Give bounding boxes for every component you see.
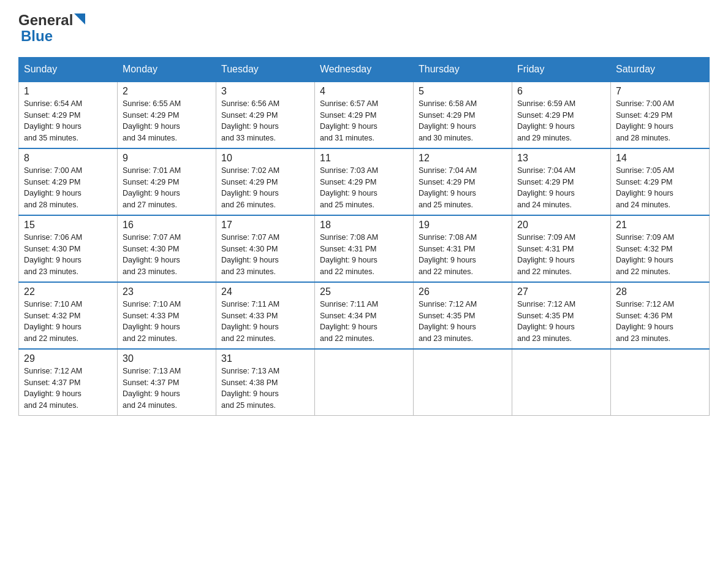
day-cell-29: 29 Sunrise: 7:12 AM Sunset: 4:37 PM Dayl… <box>19 349 118 416</box>
day-number: 19 <box>419 220 507 231</box>
weekday-header-sunday: Sunday <box>19 57 118 82</box>
weekday-header-monday: Monday <box>118 57 216 82</box>
day-info: Sunrise: 7:01 AM Sunset: 4:29 PM Dayligh… <box>123 165 211 211</box>
day-cell-3: 3 Sunrise: 6:56 AM Sunset: 4:29 PM Dayli… <box>216 82 315 148</box>
day-info: Sunrise: 7:09 AM Sunset: 4:31 PM Dayligh… <box>517 232 605 278</box>
day-cell-31: 31 Sunrise: 7:13 AM Sunset: 4:38 PM Dayl… <box>216 349 315 416</box>
day-info: Sunrise: 6:54 AM Sunset: 4:29 PM Dayligh… <box>24 98 112 144</box>
day-cell-1: 1 Sunrise: 6:54 AM Sunset: 4:29 PM Dayli… <box>19 82 118 148</box>
day-cell-19: 19 Sunrise: 7:08 AM Sunset: 4:31 PM Dayl… <box>414 215 512 282</box>
day-number: 11 <box>320 153 408 164</box>
day-number: 30 <box>123 353 211 364</box>
day-info: Sunrise: 7:07 AM Sunset: 4:30 PM Dayligh… <box>221 232 309 278</box>
day-cell-20: 20 Sunrise: 7:09 AM Sunset: 4:31 PM Dayl… <box>512 215 611 282</box>
calendar-table: SundayMondayTuesdayWednesdayThursdayFrid… <box>18 57 710 416</box>
day-info: Sunrise: 7:08 AM Sunset: 4:31 PM Dayligh… <box>320 232 408 278</box>
day-number: 1 <box>24 86 112 97</box>
week-row-1: 1 Sunrise: 6:54 AM Sunset: 4:29 PM Dayli… <box>19 82 710 148</box>
day-number: 10 <box>221 153 309 164</box>
day-info: Sunrise: 6:58 AM Sunset: 4:29 PM Dayligh… <box>419 98 507 144</box>
day-number: 17 <box>221 220 309 231</box>
day-number: 28 <box>616 286 704 297</box>
day-number: 4 <box>320 86 408 97</box>
day-cell-8: 8 Sunrise: 7:00 AM Sunset: 4:29 PM Dayli… <box>19 148 118 215</box>
day-number: 24 <box>221 286 309 297</box>
day-number: 23 <box>123 286 211 297</box>
day-number: 15 <box>24 220 112 231</box>
day-cell-24: 24 Sunrise: 7:11 AM Sunset: 4:33 PM Dayl… <box>216 282 315 349</box>
day-cell-7: 7 Sunrise: 7:00 AM Sunset: 4:29 PM Dayli… <box>611 82 710 148</box>
day-cell-4: 4 Sunrise: 6:57 AM Sunset: 4:29 PM Dayli… <box>315 82 414 148</box>
logo-triangle-icon <box>74 13 85 27</box>
day-info: Sunrise: 7:12 AM Sunset: 4:36 PM Dayligh… <box>616 299 704 345</box>
day-info: Sunrise: 7:13 AM Sunset: 4:38 PM Dayligh… <box>221 366 309 412</box>
day-info: Sunrise: 7:13 AM Sunset: 4:37 PM Dayligh… <box>123 366 211 412</box>
day-cell-26: 26 Sunrise: 7:12 AM Sunset: 4:35 PM Dayl… <box>414 282 512 349</box>
day-cell-16: 16 Sunrise: 7:07 AM Sunset: 4:30 PM Dayl… <box>118 215 216 282</box>
week-row-5: 29 Sunrise: 7:12 AM Sunset: 4:37 PM Dayl… <box>19 349 710 416</box>
day-info: Sunrise: 7:11 AM Sunset: 4:34 PM Dayligh… <box>320 299 408 345</box>
day-number: 29 <box>24 353 112 364</box>
day-info: Sunrise: 7:07 AM Sunset: 4:30 PM Dayligh… <box>123 232 211 278</box>
day-cell-11: 11 Sunrise: 7:03 AM Sunset: 4:29 PM Dayl… <box>315 148 414 215</box>
day-info: Sunrise: 7:10 AM Sunset: 4:32 PM Dayligh… <box>24 299 112 345</box>
logo: General Blue <box>18 12 85 45</box>
day-info: Sunrise: 7:11 AM Sunset: 4:33 PM Dayligh… <box>221 299 309 345</box>
day-info: Sunrise: 7:12 AM Sunset: 4:35 PM Dayligh… <box>419 299 507 345</box>
day-number: 9 <box>123 153 211 164</box>
day-cell-10: 10 Sunrise: 7:02 AM Sunset: 4:29 PM Dayl… <box>216 148 315 215</box>
day-number: 22 <box>24 286 112 297</box>
day-info: Sunrise: 6:55 AM Sunset: 4:29 PM Dayligh… <box>123 98 211 144</box>
day-cell-9: 9 Sunrise: 7:01 AM Sunset: 4:29 PM Dayli… <box>118 148 216 215</box>
day-number: 14 <box>616 153 704 164</box>
day-info: Sunrise: 7:05 AM Sunset: 4:29 PM Dayligh… <box>616 165 704 211</box>
day-number: 13 <box>517 153 605 164</box>
day-cell-15: 15 Sunrise: 7:06 AM Sunset: 4:30 PM Dayl… <box>19 215 118 282</box>
day-number: 2 <box>123 86 211 97</box>
day-number: 7 <box>616 86 704 97</box>
day-number: 25 <box>320 286 408 297</box>
day-cell-14: 14 Sunrise: 7:05 AM Sunset: 4:29 PM Dayl… <box>611 148 710 215</box>
empty-cell <box>611 349 710 416</box>
day-info: Sunrise: 6:59 AM Sunset: 4:29 PM Dayligh… <box>517 98 605 144</box>
weekday-header-friday: Friday <box>512 57 611 82</box>
day-cell-28: 28 Sunrise: 7:12 AM Sunset: 4:36 PM Dayl… <box>611 282 710 349</box>
day-number: 12 <box>419 153 507 164</box>
day-number: 8 <box>24 153 112 164</box>
day-info: Sunrise: 7:10 AM Sunset: 4:33 PM Dayligh… <box>123 299 211 345</box>
day-info: Sunrise: 7:04 AM Sunset: 4:29 PM Dayligh… <box>419 165 507 211</box>
day-number: 18 <box>320 220 408 231</box>
week-row-3: 15 Sunrise: 7:06 AM Sunset: 4:30 PM Dayl… <box>19 215 710 282</box>
day-number: 5 <box>419 86 507 97</box>
weekday-header-row: SundayMondayTuesdayWednesdayThursdayFrid… <box>19 57 710 82</box>
logo-general-text: General <box>18 12 73 28</box>
day-cell-30: 30 Sunrise: 7:13 AM Sunset: 4:37 PM Dayl… <box>118 349 216 416</box>
day-cell-27: 27 Sunrise: 7:12 AM Sunset: 4:35 PM Dayl… <box>512 282 611 349</box>
day-cell-17: 17 Sunrise: 7:07 AM Sunset: 4:30 PM Dayl… <box>216 215 315 282</box>
calendar-body: 1 Sunrise: 6:54 AM Sunset: 4:29 PM Dayli… <box>19 82 710 416</box>
empty-cell <box>512 349 611 416</box>
day-number: 6 <box>517 86 605 97</box>
day-cell-22: 22 Sunrise: 7:10 AM Sunset: 4:32 PM Dayl… <box>19 282 118 349</box>
day-number: 27 <box>517 286 605 297</box>
day-cell-5: 5 Sunrise: 6:58 AM Sunset: 4:29 PM Dayli… <box>414 82 512 148</box>
svg-marker-0 <box>74 13 85 25</box>
day-info: Sunrise: 7:08 AM Sunset: 4:31 PM Dayligh… <box>419 232 507 278</box>
day-cell-12: 12 Sunrise: 7:04 AM Sunset: 4:29 PM Dayl… <box>414 148 512 215</box>
day-info: Sunrise: 6:56 AM Sunset: 4:29 PM Dayligh… <box>221 98 309 144</box>
day-info: Sunrise: 6:57 AM Sunset: 4:29 PM Dayligh… <box>320 98 408 144</box>
day-info: Sunrise: 7:12 AM Sunset: 4:37 PM Dayligh… <box>24 366 112 412</box>
weekday-header-saturday: Saturday <box>611 57 710 82</box>
day-number: 31 <box>221 353 309 364</box>
day-number: 3 <box>221 86 309 97</box>
empty-cell <box>414 349 512 416</box>
day-cell-18: 18 Sunrise: 7:08 AM Sunset: 4:31 PM Dayl… <box>315 215 414 282</box>
day-info: Sunrise: 7:09 AM Sunset: 4:32 PM Dayligh… <box>616 232 704 278</box>
day-info: Sunrise: 7:03 AM Sunset: 4:29 PM Dayligh… <box>320 165 408 211</box>
day-info: Sunrise: 7:06 AM Sunset: 4:30 PM Dayligh… <box>24 232 112 278</box>
weekday-header-thursday: Thursday <box>414 57 512 82</box>
logo-blue-text: Blue <box>21 28 53 44</box>
day-cell-21: 21 Sunrise: 7:09 AM Sunset: 4:32 PM Dayl… <box>611 215 710 282</box>
day-info: Sunrise: 7:02 AM Sunset: 4:29 PM Dayligh… <box>221 165 309 211</box>
week-row-4: 22 Sunrise: 7:10 AM Sunset: 4:32 PM Dayl… <box>19 282 710 349</box>
